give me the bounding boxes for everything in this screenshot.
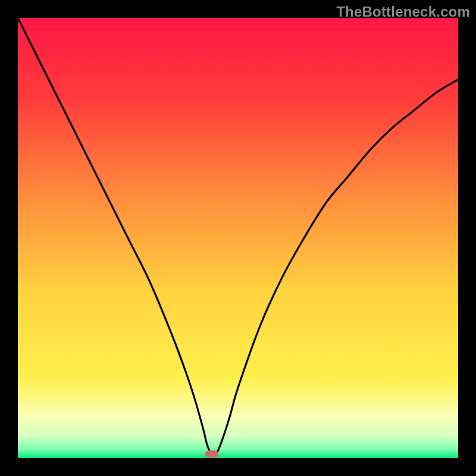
watermark: TheBottleneck.com	[336, 4, 470, 20]
optimal-marker	[205, 450, 218, 458]
plot-area	[18, 18, 458, 458]
bottleneck-curve	[18, 18, 458, 458]
chart-frame: TheBottleneck.com	[0, 0, 476, 476]
